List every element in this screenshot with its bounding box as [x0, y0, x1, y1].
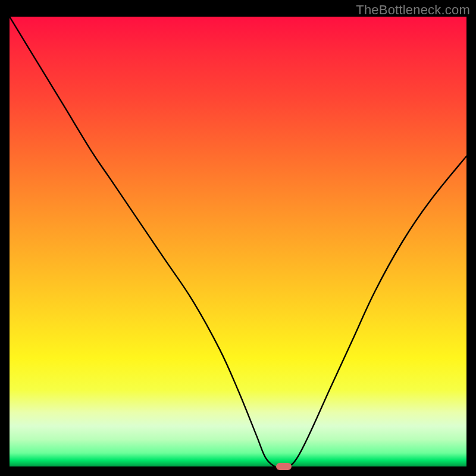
chart-frame: TheBottleneck.com [0, 0, 476, 476]
bottleneck-curve [10, 17, 466, 466]
optimal-marker [276, 463, 292, 470]
plot-area [10, 17, 466, 466]
watermark-text: TheBottleneck.com [356, 2, 470, 18]
